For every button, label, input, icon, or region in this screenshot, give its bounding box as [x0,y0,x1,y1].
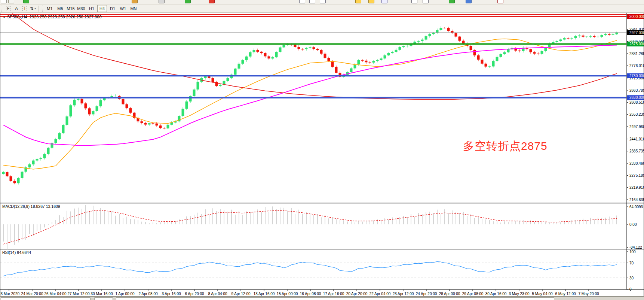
template-icon[interactable] [132,0,138,3]
fibonacci-tool[interactable]: F [4,5,12,12]
market-watch-icon[interactable] [466,0,472,3]
text-label-tool-icon: T [22,6,27,11]
candle-body [372,61,375,63]
price-tick-label: 2553.235 [629,112,644,116]
text-tool[interactable]: A [13,5,20,12]
zoom-in-icon[interactable] [355,0,361,3]
candle-body [440,28,442,30]
candle-body [429,34,431,36]
candle-body [6,172,9,176]
candle-body [73,100,76,106]
chart-shift-icon[interactable] [185,0,191,3]
candle-body [114,96,117,96]
candle-body [178,116,181,121]
candle-body [234,69,237,75]
candle-body [141,121,143,123]
chart-window[interactable]: 2941.8352886.5602831.2852776.0102719.060… [0,13,644,296]
toolbar-drag-handle[interactable] [1,6,3,12]
candle-body [500,54,502,57]
candle-body [167,125,169,128]
timeframe-button-m30[interactable]: M30 [76,5,86,12]
candlestick-chart-icon[interactable] [309,0,315,3]
new-chart-icon[interactable] [1,0,7,3]
time-tick-label: 22 Apr 04:00 [369,292,391,296]
candle-body [537,54,540,54]
arrows-tool[interactable]: ⇅▾ [29,5,37,12]
timeframe-button-w1[interactable]: W1 [118,5,128,12]
time-tick-label: 7 May 20:00 [578,292,599,296]
time-tick-label: 16 Apr 08:00 [300,292,321,296]
candle-body [328,58,330,61]
autoscroll-icon[interactable] [209,0,215,3]
strategy-tester-icon[interactable] [497,0,503,3]
zoom-icon[interactable] [8,0,14,3]
dropdown-caret-icon[interactable]: ▾ [34,7,36,10]
price-tick-label: 2831.285 [629,52,644,56]
candle-body [425,36,427,40]
candle-body [488,66,491,67]
new-order-icon[interactable] [449,0,455,3]
timeframe-button-d1[interactable]: D1 [108,5,117,12]
candle-body [485,64,487,67]
bar-chart-icon[interactable] [299,0,305,3]
macd-panel[interactable] [3,205,617,249]
timeframe-button-m1[interactable]: M1 [45,5,55,12]
tile-windows-icon[interactable] [411,0,417,3]
cascade-windows-icon[interactable] [423,0,429,3]
price-tick-label: 2663.785 [629,88,644,93]
line-chart-icon[interactable] [320,0,326,3]
candle-body [436,30,439,33]
arrows-tool-icon: ⇅ [30,6,34,11]
price-tick-label: 2164.635 [629,198,644,202]
candle-body [99,100,102,106]
candle-body [376,60,379,61]
price-axis[interactable]: 2941.8352886.5602831.2852776.0102719.060… [627,13,644,291]
candle-body [571,38,573,39]
candle-body [473,50,476,55]
candle-body [144,123,147,124]
print-icon[interactable] [159,0,165,3]
candle-body [13,181,16,183]
candle-body [242,60,244,64]
chart-symbol-period: SP500-,H4 [7,15,27,19]
candle-body [227,78,229,81]
candle-body [574,36,577,38]
add-indicator-icon[interactable] [23,0,29,3]
candle-body [275,52,278,57]
candle-body [313,47,315,49]
timeframe-button-h1[interactable]: H1 [87,5,96,12]
candle-body [129,108,132,113]
candle-body [85,103,87,108]
chart-window-border [0,13,644,296]
ma-red-line[interactable] [3,13,617,100]
timeframe-button-h4[interactable]: H4 [97,5,107,12]
zoom-out-icon[interactable] [368,0,374,3]
price-badge-label: 2927.000 [629,31,644,35]
time-tick-label: 13 Apr 16:00 [254,292,275,296]
candle-body [47,148,50,154]
rsi-panel[interactable] [0,261,627,278]
time-tick-label: 30 Mar 16:00 [91,292,113,296]
timeframe-button-mn[interactable]: MN [129,5,138,12]
candle-body [32,161,35,164]
candle-body [331,61,334,67]
candle-body [219,85,222,86]
timeframe-button-m15[interactable]: M15 [66,5,76,12]
time-axis[interactable]: 23 Mar 202024 Mar 20:0026 Mar 04:0027 Ma… [0,290,644,296]
grid-icon[interactable] [381,0,387,3]
candle-body [62,125,65,133]
candle-body [432,33,435,34]
text-label-tool[interactable]: T [21,5,28,12]
candle-body [264,53,267,57]
candle-body [66,116,68,125]
candle-body [268,56,270,58]
candle-body [257,50,259,52]
toolbar-drag-handle[interactable] [42,6,43,12]
time-tick-label: 27 Mar 12:00 [68,292,90,296]
main-price-panel[interactable] [0,13,627,185]
candle-body [298,47,300,49]
chart-dropdown-icon[interactable]: ▼ [3,16,6,19]
text-tool-icon: A [15,6,18,11]
timeframe-button-m5[interactable]: M5 [55,5,65,12]
candle-body [294,45,297,47]
